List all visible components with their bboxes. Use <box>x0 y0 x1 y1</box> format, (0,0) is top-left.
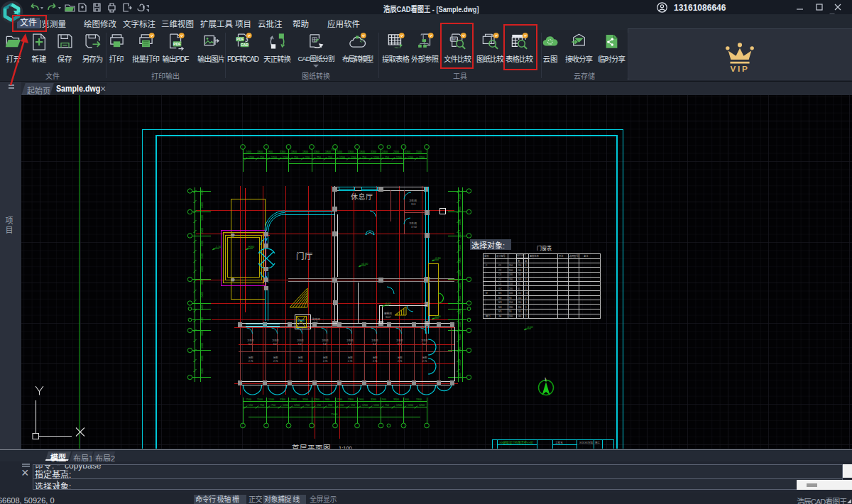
svg-text:M1: M1 <box>498 292 502 295</box>
svg-text:厨刚: 厨刚 <box>398 356 402 359</box>
svg-text:C3: C3 <box>498 273 501 276</box>
svg-text:M3: M3 <box>498 301 502 304</box>
svg-text:GC: GC <box>498 287 502 290</box>
svg-text:卫生间: 卫生间 <box>297 339 304 342</box>
svg-text:210: 210 <box>518 292 522 295</box>
svg-text:2.76: 2.76 <box>323 360 327 363</box>
svg-text:90: 90 <box>509 310 512 313</box>
svg-text:休息厅: 休息厅 <box>351 192 373 201</box>
svg-text:210: 210 <box>518 264 522 267</box>
svg-text:钢门: 钢门 <box>486 314 490 318</box>
svg-text:5.4: 5.4 <box>273 343 277 346</box>
svg-text:1:100: 1:100 <box>339 445 352 449</box>
svg-text:洞口尺寸: 洞口尺寸 <box>517 253 527 257</box>
svg-text:240: 240 <box>509 315 513 318</box>
svg-text:60: 60 <box>518 287 520 290</box>
svg-text:2.76: 2.76 <box>248 360 253 363</box>
svg-text:1: 1 <box>525 264 527 267</box>
svg-text:16: 16 <box>525 292 528 295</box>
svg-text:2.76: 2.76 <box>348 360 352 363</box>
svg-text:C1: C1 <box>498 264 501 267</box>
svg-text:厨刚: 厨刚 <box>422 356 427 359</box>
svg-text:卫生间: 卫生间 <box>247 339 254 342</box>
svg-text:设计编号: 设计编号 <box>496 254 506 258</box>
svg-text:卫生间: 卫生间 <box>371 339 378 342</box>
svg-text:卫生间: 卫生间 <box>322 339 329 342</box>
svg-text:-1.50: -1.50 <box>215 246 222 248</box>
svg-text:宽: 宽 <box>518 259 520 263</box>
svg-text:240: 240 <box>509 287 513 290</box>
svg-text:210: 210 <box>518 301 522 304</box>
svg-text:5.4: 5.4 <box>248 343 252 346</box>
svg-text:厨刚: 厨刚 <box>348 356 352 359</box>
svg-text:C4: C4 <box>498 278 501 281</box>
svg-text:240: 240 <box>518 269 522 272</box>
svg-text:240: 240 <box>518 273 522 276</box>
svg-text:图集名称: 图集名称 <box>530 254 540 258</box>
svg-text:150: 150 <box>509 283 513 285</box>
svg-text:PDF: PDF <box>236 37 244 41</box>
svg-text:2: 2 <box>525 297 527 300</box>
svg-text:5.4: 5.4 <box>298 343 302 346</box>
svg-text:210: 210 <box>518 297 522 300</box>
svg-text:2: 2 <box>525 269 527 272</box>
svg-text:1.28: 1.28 <box>314 322 318 324</box>
svg-text:-0.02: -0.02 <box>527 326 533 329</box>
svg-text:C2: C2 <box>498 269 501 272</box>
svg-text:页次: 页次 <box>559 254 564 258</box>
svg-text:60: 60 <box>518 283 520 285</box>
svg-text:JM: JM <box>498 315 502 318</box>
svg-text:1: 1 <box>525 278 527 281</box>
svg-text:M: M <box>486 292 488 295</box>
svg-text:2.76: 2.76 <box>298 360 302 363</box>
svg-text:330: 330 <box>509 306 513 309</box>
svg-text:门厅: 门厅 <box>296 251 313 261</box>
svg-text:C5: C5 <box>498 283 501 285</box>
svg-text:5.4: 5.4 <box>422 343 426 346</box>
svg-text:楼梯间: 楼梯间 <box>384 312 392 315</box>
svg-text:5.4: 5.4 <box>398 343 401 346</box>
svg-text:M5: M5 <box>498 310 502 313</box>
svg-text:2.76: 2.76 <box>273 360 278 363</box>
svg-text:厨刚: 厨刚 <box>273 356 278 359</box>
svg-text:VIP: VIP <box>730 64 749 73</box>
svg-text:厨刚: 厨刚 <box>298 356 302 359</box>
svg-text:240: 240 <box>509 273 513 276</box>
svg-text:厨刚: 厨刚 <box>373 356 377 359</box>
svg-text:1: 1 <box>525 306 527 309</box>
svg-text:±0.00: ±0.00 <box>361 263 368 265</box>
svg-text:330: 330 <box>518 306 522 309</box>
svg-text:240: 240 <box>518 278 522 281</box>
svg-text:240: 240 <box>518 310 522 313</box>
svg-text:卫生间: 卫生间 <box>346 339 354 342</box>
svg-text:8: 8 <box>525 283 527 285</box>
svg-text:2: 2 <box>525 310 527 313</box>
svg-text:180: 180 <box>518 315 522 318</box>
svg-text:2.76: 2.76 <box>422 360 427 363</box>
svg-text:150: 150 <box>509 264 513 267</box>
svg-text:330: 330 <box>509 278 513 281</box>
svg-text:M2: M2 <box>498 297 502 300</box>
svg-text:卫生间: 卫生间 <box>409 221 417 225</box>
svg-text:类别: 类别 <box>484 254 488 258</box>
svg-text:1: 1 <box>525 315 527 318</box>
svg-text:100: 100 <box>509 292 513 295</box>
svg-text:M4: M4 <box>498 306 502 309</box>
svg-text:PDF: PDF <box>173 42 181 46</box>
svg-text:13.8: 13.8 <box>411 203 415 206</box>
svg-text:150: 150 <box>509 301 513 304</box>
svg-text:卫生间: 卫生间 <box>421 339 428 342</box>
svg-text:2.76: 2.76 <box>373 360 377 363</box>
svg-text:高: 高 <box>525 259 527 263</box>
svg-text:900: 900 <box>509 269 513 272</box>
svg-text:XXXXX宾馆: XXXXX宾馆 <box>579 441 594 444</box>
svg-text:1: 1 <box>525 301 527 304</box>
svg-text:首层平面图: 首层平面图 <box>292 444 331 449</box>
svg-text:门窗表: 门窗表 <box>537 245 552 251</box>
svg-text:5.4: 5.4 <box>373 343 376 346</box>
svg-text:90: 90 <box>509 297 512 300</box>
svg-text:卫生间: 卫生间 <box>396 339 403 342</box>
svg-text:工程名: 工程名 <box>555 441 563 444</box>
svg-text:配电间: 配电间 <box>297 319 305 322</box>
svg-text:-0.02: -0.02 <box>385 302 391 305</box>
